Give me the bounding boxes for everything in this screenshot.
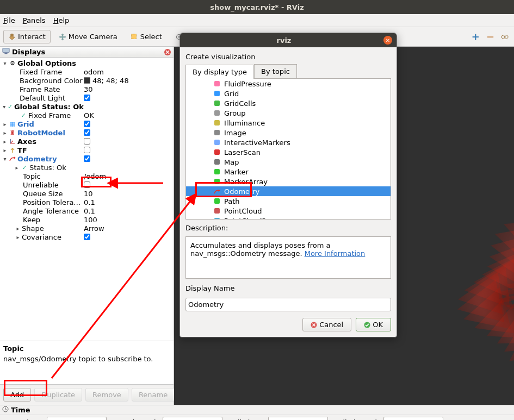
ros-time-field[interactable] <box>47 417 107 421</box>
robotmodel-check[interactable] <box>84 129 90 136</box>
display-type-item[interactable]: FluidPressure <box>186 79 391 89</box>
expand-icon[interactable]: ▾ <box>2 156 8 162</box>
display-type-list[interactable]: FluidPressureGridGridCellsGroupIlluminan… <box>185 78 391 220</box>
dialog-close-icon[interactable]: ✕ <box>383 36 392 45</box>
item-label: Illuminance <box>224 119 265 127</box>
tab-by-display-type[interactable]: By display type <box>185 65 254 79</box>
tree-covariance[interactable]: Covariance <box>22 233 61 241</box>
plus-icon[interactable]: + <box>472 31 480 42</box>
dialog-titlebar[interactable]: rviz ✕ <box>180 33 397 47</box>
tree-gs-fixed-frame[interactable]: Fixed Frame <box>28 111 71 120</box>
tree-default-light[interactable]: Default Light <box>20 94 65 102</box>
display-name-input[interactable] <box>185 298 391 311</box>
display-type-item[interactable]: Illuminance <box>186 118 391 128</box>
tree-topic[interactable]: Topic <box>23 172 41 180</box>
add-button[interactable]: Add <box>3 388 31 402</box>
display-type-item[interactable]: Map <box>186 157 391 167</box>
svg-rect-75 <box>214 120 220 126</box>
odometry-check[interactable] <box>84 155 90 162</box>
tool-move-camera[interactable]: Move Camera <box>54 30 122 43</box>
menu-help[interactable]: Help <box>53 16 70 24</box>
ok-button[interactable]: OK <box>356 318 391 331</box>
expand-icon[interactable]: ▾ <box>2 104 6 110</box>
minus-icon[interactable]: − <box>486 31 494 42</box>
tree-fixed-frame[interactable]: Fixed Frame <box>20 68 62 76</box>
display-type-item[interactable]: Group <box>186 108 391 118</box>
description-label: Description: <box>185 224 391 232</box>
expand-icon[interactable]: ▸ <box>2 139 8 145</box>
svg-rect-78 <box>214 149 220 155</box>
tree-tf[interactable]: TF <box>17 146 27 154</box>
more-info-link[interactable]: More Information <box>305 249 366 258</box>
display-type-item[interactable]: Odometry <box>186 186 391 196</box>
expand-icon[interactable]: ▸ <box>2 147 8 153</box>
tree-keep[interactable]: Keep <box>23 216 40 224</box>
display-type-item[interactable]: Path <box>186 196 391 206</box>
expand-icon[interactable]: ▸ <box>2 130 8 136</box>
dialog-tabs: By display type By topic <box>185 64 391 78</box>
type-icon <box>213 139 221 146</box>
item-label: Image <box>224 129 246 137</box>
unreliable-check[interactable] <box>84 181 90 188</box>
eye-icon[interactable] <box>501 33 509 41</box>
color-swatch[interactable] <box>84 77 90 84</box>
tree-bg-color[interactable]: Background Color <box>20 77 83 85</box>
covariance-check[interactable] <box>84 234 90 240</box>
display-type-item[interactable]: GridCells <box>186 98 391 108</box>
tab-by-topic[interactable]: By topic <box>254 64 297 78</box>
display-type-item[interactable]: LaserScan <box>186 147 391 157</box>
tree-shape[interactable]: Shape <box>22 224 44 233</box>
expand-icon[interactable]: ▸ <box>15 225 21 231</box>
clock-icon <box>2 406 9 414</box>
tool-interact[interactable]: Interact <box>3 30 51 43</box>
tree-odometry[interactable]: Odometry <box>17 155 57 163</box>
tree-global-options[interactable]: Global Options <box>17 59 76 67</box>
expand-icon[interactable]: ▸ <box>14 165 20 171</box>
expand-icon[interactable]: ▸ <box>2 121 8 127</box>
time-title: Time <box>11 406 30 414</box>
svg-rect-80 <box>214 169 220 174</box>
type-icon <box>213 217 221 220</box>
axes-check[interactable] <box>84 138 90 145</box>
tree-pos-tol[interactable]: Position Tolera… <box>23 198 80 206</box>
menu-panels[interactable]: Panels <box>23 16 46 24</box>
menu-file[interactable]: File <box>3 16 15 24</box>
svg-rect-83 <box>214 208 220 214</box>
tree-grid[interactable]: Grid <box>17 120 34 128</box>
ros-elapsed-field[interactable] <box>163 417 222 421</box>
displays-tree[interactable]: ▾⚙Global Options Fixed Frameodom Backgro… <box>0 58 174 341</box>
tree-queue-size[interactable]: Queue Size <box>23 190 63 198</box>
default-light-check[interactable] <box>84 95 90 101</box>
svg-rect-6 <box>4 53 7 54</box>
svg-rect-77 <box>214 140 220 145</box>
display-type-item[interactable]: Marker <box>186 167 391 177</box>
dialog-heading: Create visualization <box>185 53 391 61</box>
tool-select[interactable]: Select <box>126 30 167 43</box>
cancel-button[interactable]: Cancel <box>302 318 351 331</box>
tree-topic-value[interactable]: /odom <box>84 172 174 180</box>
tree-robotmodel[interactable]: RobotModel <box>17 129 65 137</box>
display-type-item[interactable]: PointCloud2 <box>186 216 391 220</box>
tree-unreliable[interactable]: Unreliable <box>23 181 59 189</box>
tree-status[interactable]: Status: Ok <box>29 164 66 172</box>
expand-icon[interactable]: ▾ <box>2 60 8 66</box>
expand-icon[interactable]: ▸ <box>15 234 21 240</box>
display-type-item[interactable]: Grid <box>186 89 391 98</box>
tf-check[interactable] <box>84 147 90 153</box>
display-type-item[interactable]: InteractiveMarkers <box>186 137 391 147</box>
ros-elapsed-label: ROS Elapsed: <box>111 418 158 421</box>
tree-global-status[interactable]: Global Status: Ok <box>14 103 84 111</box>
wall-elapsed-field[interactable] <box>383 417 443 421</box>
panel-close-icon[interactable] <box>164 48 171 56</box>
grid-check[interactable] <box>84 121 90 127</box>
tf-icon <box>9 146 16 154</box>
display-type-item[interactable]: PointCloud <box>186 206 391 216</box>
display-type-item[interactable]: MarkerArray <box>186 177 391 186</box>
tree-angle-tol[interactable]: Angle Tolerance <box>23 207 79 215</box>
wall-time-field[interactable] <box>268 417 328 421</box>
type-icon <box>213 129 221 136</box>
toolbar-right: + − <box>472 31 509 42</box>
display-type-item[interactable]: Image <box>186 128 391 137</box>
tree-axes[interactable]: Axes <box>17 137 36 146</box>
tree-frame-rate[interactable]: Frame Rate <box>20 85 60 93</box>
